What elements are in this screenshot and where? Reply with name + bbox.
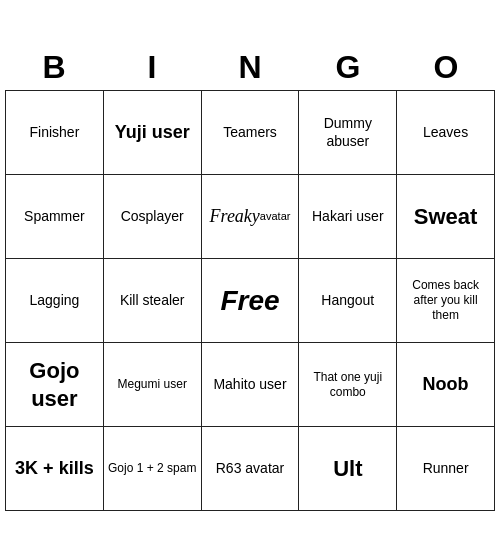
- bingo-cell-5: Spammer: [6, 175, 104, 259]
- bingo-cell-20: 3K + kills: [6, 427, 104, 511]
- bingo-cell-17: Mahito user: [202, 343, 300, 427]
- header-B: B: [9, 49, 99, 86]
- bingo-cell-21: Gojo 1 + 2 spam: [104, 427, 202, 511]
- bingo-cell-24: Runner: [397, 427, 495, 511]
- bingo-cell-11: Kill stealer: [104, 259, 202, 343]
- bingo-card: B I N G O FinisherYuji userTeamersDummy …: [5, 33, 495, 511]
- bingo-cell-2: Teamers: [202, 91, 300, 175]
- header-G: G: [303, 49, 393, 86]
- bingo-cell-6: Cosplayer: [104, 175, 202, 259]
- header-I: I: [107, 49, 197, 86]
- bingo-cell-23: Ult: [299, 427, 397, 511]
- bingo-header: [5, 33, 495, 43]
- header-N: N: [205, 49, 295, 86]
- bingo-cell-0: Finisher: [6, 91, 104, 175]
- bingo-cell-22: R63 avatar: [202, 427, 300, 511]
- bingo-cell-7: Freakyavatar: [202, 175, 300, 259]
- bingo-cell-12: Free: [202, 259, 300, 343]
- bingo-cell-10: Lagging: [6, 259, 104, 343]
- bingo-cell-14: Comes back after you kill them: [397, 259, 495, 343]
- bingo-cell-9: Sweat: [397, 175, 495, 259]
- bingo-cell-18: That one yuji combo: [299, 343, 397, 427]
- bingo-cell-3: Dummy abuser: [299, 91, 397, 175]
- bingo-cell-15: Gojo user: [6, 343, 104, 427]
- bingo-cell-1: Yuji user: [104, 91, 202, 175]
- bingo-cell-16: Megumi user: [104, 343, 202, 427]
- bingo-cell-19: Noob: [397, 343, 495, 427]
- bingo-cell-13: Hangout: [299, 259, 397, 343]
- bingo-cell-4: Leaves: [397, 91, 495, 175]
- header-O: O: [401, 49, 491, 86]
- bingo-cell-8: Hakari user: [299, 175, 397, 259]
